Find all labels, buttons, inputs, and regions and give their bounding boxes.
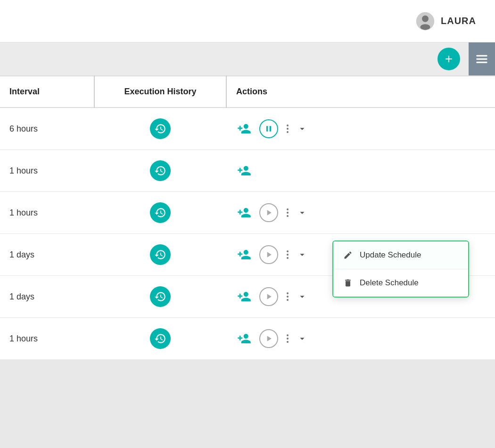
interval-cell: 1 days (0, 234, 94, 276)
chevron-down-icon[interactable] (297, 124, 307, 134)
history-icon[interactable] (150, 202, 171, 223)
chevron-down-icon[interactable] (297, 333, 307, 344)
user-info: LAURA (415, 11, 476, 31)
actions-cell (226, 108, 495, 150)
history-cell (94, 234, 226, 276)
assign-icon[interactable] (236, 288, 253, 305)
history-icon[interactable] (150, 286, 171, 307)
add-icon: + (445, 51, 453, 66)
update-schedule-label: Update Schedule (360, 250, 421, 260)
history-icon[interactable] (150, 244, 171, 265)
more-options-button[interactable] (285, 332, 290, 345)
list-icon (475, 52, 488, 66)
history-cell (94, 276, 226, 318)
interval-cell: 6 hours (0, 108, 94, 150)
header: LAURA (0, 0, 495, 42)
history-icon[interactable] (150, 328, 171, 349)
pause-button[interactable] (259, 119, 278, 138)
table-row: 1 hours (0, 318, 495, 360)
chevron-down-icon[interactable] (297, 249, 307, 260)
col-execution-history: Execution History (94, 76, 226, 108)
play-button[interactable] (259, 287, 278, 306)
assign-icon[interactable] (236, 162, 253, 179)
svg-rect-3 (476, 55, 487, 57)
history-cell (94, 150, 226, 192)
svg-point-2 (421, 24, 430, 30)
dropdown-menu: Update Schedule Delete Schedule (332, 241, 469, 298)
username-label: LAURA (441, 16, 476, 26)
interval-cell: 1 hours (0, 150, 94, 192)
interval-cell: 1 hours (0, 192, 94, 234)
main-content: Interval Execution History Actions 6 hou… (0, 75, 495, 360)
assign-icon[interactable] (236, 120, 253, 137)
chevron-down-icon[interactable] (297, 291, 307, 302)
svg-point-1 (422, 15, 429, 22)
interval-cell: 1 days (0, 276, 94, 318)
interval-cell: 1 hours (0, 318, 94, 360)
trash-icon (343, 278, 353, 288)
schedule-table: Interval Execution History Actions 6 hou… (0, 75, 495, 360)
history-cell (94, 318, 226, 360)
history-icon[interactable] (150, 160, 171, 181)
actions-cell (226, 150, 495, 192)
play-button[interactable] (259, 245, 278, 264)
col-interval: Interval (0, 76, 94, 108)
svg-rect-5 (476, 62, 487, 63)
user-avatar-icon (415, 11, 435, 31)
actions-cell (226, 318, 495, 360)
more-options-button[interactable] (285, 207, 290, 219)
delete-schedule-label: Delete Schedule (360, 278, 419, 288)
chevron-down-icon[interactable] (297, 207, 307, 218)
history-cell (94, 108, 226, 150)
col-actions: Actions (226, 76, 495, 108)
delete-schedule-item[interactable]: Delete Schedule (333, 269, 468, 297)
more-options-button[interactable] (285, 123, 290, 135)
update-schedule-item[interactable]: Update Schedule (333, 241, 468, 269)
more-options-button[interactable] (285, 290, 290, 303)
history-cell (94, 192, 226, 234)
table-row: 6 hours (0, 108, 495, 150)
table-row: 1 hours (0, 150, 495, 192)
pencil-icon (343, 250, 353, 260)
svg-rect-4 (476, 58, 487, 60)
assign-icon[interactable] (236, 204, 253, 221)
assign-icon[interactable] (236, 330, 253, 347)
history-icon[interactable] (150, 118, 171, 139)
assign-icon[interactable] (236, 246, 253, 263)
menu-button[interactable] (469, 42, 495, 75)
table-header-row: Interval Execution History Actions (0, 76, 495, 108)
toolbar: + (0, 42, 495, 75)
more-options-button[interactable] (285, 249, 290, 261)
add-button[interactable]: + (437, 48, 460, 70)
actions-cell (226, 192, 495, 234)
table-row: 1 hours (0, 192, 495, 234)
play-button[interactable] (259, 203, 278, 222)
play-button[interactable] (259, 329, 278, 348)
